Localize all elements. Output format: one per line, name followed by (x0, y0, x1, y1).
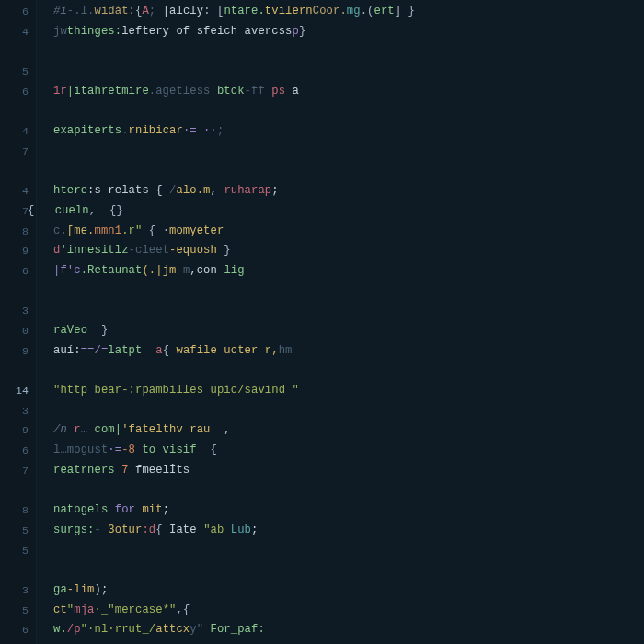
token: Lub (231, 523, 251, 536)
token: ·; (211, 124, 224, 137)
token: exapiterts (53, 124, 121, 137)
token: natogels (53, 503, 115, 516)
line-number (0, 361, 36, 381)
code-line[interactable]: d'innesitlz-cleet-equosh } (53, 241, 644, 261)
code-line[interactable]: #i-.l.widát:{A; |alcly: [ntare.tvilernCo… (53, 2, 644, 22)
code-line[interactable]: ga-lim); (53, 581, 644, 601)
token: w. (53, 623, 67, 636)
line-number: 0 (0, 321, 36, 341)
line-number: 6 (0, 441, 36, 461)
code-line[interactable]: "http bear-:rpambilles upíc/savind " (53, 381, 644, 401)
code-editor[interactable]: 6456474789630914396785535691081112139 #i… (0, 0, 644, 644)
token: ct (53, 604, 67, 616)
token: *" (163, 604, 177, 616)
token: , (211, 184, 224, 197)
token: ; (101, 583, 108, 596)
code-line[interactable]: auí:==/=latpt a{ wafile ucter r,hm (53, 341, 644, 362)
code-line[interactable]: l…mogust·=-8 to visif { (53, 441, 644, 461)
line-number: 4 (0, 181, 36, 201)
token: for (115, 503, 143, 516)
code-line[interactable] (53, 401, 644, 421)
token: :d (142, 523, 155, 536)
line-number: 9 (0, 420, 36, 441)
token: 'innesitlz (60, 244, 128, 257)
token: ·_"mercase (95, 604, 163, 616)
token: mg (347, 5, 361, 17)
token: latpt (108, 344, 155, 357)
token: (.|jm (142, 264, 176, 277)
line-number: 14 (0, 381, 36, 401)
token: reatrners (53, 464, 121, 477)
token: ] } (395, 5, 415, 17)
code-line[interactable]: reatrners 7 fmeelİts (53, 461, 644, 481)
token: ; (149, 5, 163, 17)
code-line[interactable]: 1r|itahretmire.agetless btck-ff ps a (53, 82, 644, 102)
token: tvilern (265, 5, 313, 17)
code-line[interactable]: c.[me.mmn1.r" { ·momyeter (53, 222, 644, 242)
token: |f'c (53, 264, 81, 277)
line-number: 4 (0, 121, 36, 142)
code-line[interactable] (53, 142, 644, 162)
code-line[interactable]: /n r… com|'fatelthv rau , (53, 420, 644, 441)
token: mja (74, 604, 94, 616)
token: } (87, 324, 108, 337)
token: ruharap (224, 184, 271, 197)
token: A (142, 5, 148, 17)
token: mit (142, 503, 162, 516)
line-number: 9 (0, 241, 36, 261)
token: a (285, 85, 299, 98)
line-number: 6 (0, 261, 36, 282)
line-number: 5 (0, 62, 36, 82)
code-line[interactable]: w./p"·nl·rrut_/attcxy" For_paf: (53, 620, 644, 640)
token: { · (142, 224, 169, 237)
line-number: 7 (0, 461, 36, 481)
token: c. (53, 224, 67, 237)
token: { (197, 443, 217, 456)
line-number (0, 41, 36, 62)
code-line[interactable]: natogels for mit; (53, 500, 644, 521)
line-number: 6 (0, 2, 36, 22)
token: leftery of sfeich avercss (121, 25, 292, 38)
code-line[interactable]: jwthinges:leftery of sfeich avercssp} (53, 22, 644, 42)
token: -m (176, 264, 190, 277)
token: { (28, 204, 55, 217)
token: ) (94, 583, 100, 596)
line-number: 5 (0, 521, 36, 541)
code-line[interactable]: surgs:- 3otur:d{ Iate "ab Lub; (53, 521, 644, 541)
line-number: 7 (0, 142, 36, 162)
token: /p (67, 623, 81, 636)
token: attcx (155, 623, 190, 636)
line-number (0, 560, 36, 581)
token: 1r (53, 85, 67, 98)
token: widát: (94, 5, 134, 17)
token: } (217, 244, 231, 257)
token: … (81, 423, 95, 436)
token: ert (374, 5, 395, 17)
token: to visif (135, 443, 197, 456)
token: jw (53, 25, 67, 38)
code-line[interactable] (53, 301, 644, 321)
code-line[interactable]: raVeo } (53, 321, 644, 341)
line-number: 4 (0, 22, 36, 42)
token: } (299, 25, 305, 38)
code-line[interactable]: exapiterts.rnibicar·= ··; (53, 121, 644, 142)
token: alo.m (176, 184, 210, 197)
token: -equosh (169, 244, 217, 257)
token: #i (53, 5, 67, 17)
token: For_paf: (203, 623, 265, 636)
code-line[interactable] (53, 62, 644, 82)
line-number: 8 (0, 500, 36, 521)
code-area[interactable]: #i-.l.widát:{A; |alcly: [ntare.tvilernCo… (37, 0, 644, 644)
token: -lim (67, 583, 95, 596)
line-number (0, 101, 36, 121)
token: .( (361, 5, 374, 17)
line-number: 5 (0, 601, 36, 621)
code-line[interactable]: ct"mja·_"mercase*",{ (53, 601, 644, 621)
line-number-gutter: 6456474789630914396785535691081112139 (0, 0, 37, 644)
code-line[interactable] (53, 541, 644, 561)
code-line[interactable]: { cueln, {} (28, 201, 644, 222)
token: ==/= (81, 344, 109, 357)
code-line[interactable]: htere:s relats { /alo.m, ruharap; (53, 181, 644, 201)
token: :s relats { (87, 184, 169, 197)
code-line[interactable]: |f'c.Retaunat(.|jm-m,con lig (53, 261, 644, 282)
